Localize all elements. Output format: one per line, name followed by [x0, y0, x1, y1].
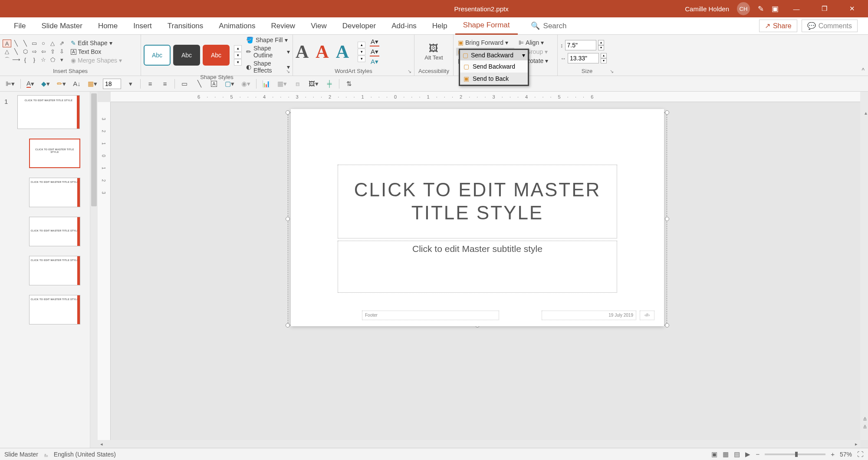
minimize-button[interactable]: —: [786, 0, 806, 17]
zoom-level[interactable]: 57%: [840, 451, 852, 458]
layout-thumbnail-2[interactable]: CLICK TO EDIT MASTER TITLE STYLE: [29, 178, 80, 207]
text-box-button[interactable]: AText Box: [69, 48, 123, 56]
selection-handle[interactable]: [286, 217, 290, 221]
alt-text-button[interactable]: 🖼 Alt Text: [424, 43, 443, 61]
guides-button[interactable]: ╪: [324, 78, 335, 89]
tab-transitions[interactable]: Transitions: [160, 17, 211, 35]
tab-view[interactable]: View: [303, 17, 335, 35]
next-slide-icon[interactable]: ≙: [863, 417, 867, 423]
font-size-input[interactable]: [103, 79, 121, 89]
shape-styles-dialog-icon[interactable]: ↘: [286, 69, 290, 74]
shape-style-gallery[interactable]: Abc Abc Abc ▴▾▾: [144, 45, 242, 66]
selection-handle[interactable]: [286, 323, 290, 328]
shape-effects-button[interactable]: ◐Shape Effects ▾: [246, 60, 290, 74]
pen-icon[interactable]: ✎: [758, 4, 764, 13]
style-more-icon[interactable]: ▾: [234, 59, 242, 66]
shape-outline-button[interactable]: ✏Shape Outline ▾: [246, 45, 290, 59]
tab-insert[interactable]: Insert: [125, 17, 160, 35]
tab-addins[interactable]: Add-ins: [384, 17, 424, 35]
horizontal-scrollbar[interactable]: ◂ ▸: [98, 440, 860, 448]
canvas[interactable]: 6 · · · 5 · · · 4 · · · 3 · · · 2 · · · …: [98, 92, 868, 448]
style-preset-3[interactable]: Abc: [203, 45, 230, 66]
status-mode[interactable]: Slide Master: [4, 451, 38, 458]
wordart-preset-3[interactable]: A: [336, 41, 349, 62]
wordart-gallery[interactable]: A A A ▴▾▾: [296, 41, 365, 62]
fit-to-window-icon[interactable]: ⛶: [857, 450, 864, 458]
picture-button[interactable]: 🖼▾: [307, 78, 320, 89]
shape-fill-quick-button[interactable]: ◆▾: [40, 78, 51, 89]
sort-button[interactable]: A↓: [72, 78, 82, 89]
font-color-button[interactable]: A▾: [25, 78, 36, 89]
layout-thumbnail-3[interactable]: CLICK TO EDIT MASTER TITLE STYLE: [29, 217, 80, 246]
prev-slide-icon[interactable]: ▴: [865, 110, 867, 116]
date-placeholder[interactable]: 19 July 2019: [542, 311, 636, 320]
text-fill-button[interactable]: A▾: [370, 38, 379, 46]
shape-gallery[interactable]: A╲╲▭○△⇗ △╲⬡⇨⇦⇧⇩ ⌒⟶{}☆⬠▾: [3, 40, 66, 64]
share-button[interactable]: ↗ Share: [759, 20, 797, 32]
style-preset-1[interactable]: Abc: [144, 45, 171, 66]
layout-thumbnail-5[interactable]: CLICK TO EDIT MASTER TITLE STYLE: [29, 295, 80, 324]
dropdown-item-send-backward[interactable]: ▢Send Backward: [460, 60, 528, 73]
normal-view-icon[interactable]: ▣: [711, 450, 717, 458]
reading-view-icon[interactable]: ▤: [734, 450, 740, 458]
selection-handle[interactable]: [286, 110, 290, 115]
layout-thumbnail-1[interactable]: CLICK TO EDIT MASTER TITLE STYLE: [29, 139, 80, 168]
text-outline-button[interactable]: A▾: [370, 48, 379, 56]
slide-number-placeholder[interactable]: ‹#›: [640, 311, 654, 320]
sorter-view-icon[interactable]: ▦: [723, 450, 729, 458]
textbox-shape-icon[interactable]: A: [3, 40, 11, 47]
tab-file[interactable]: File: [6, 17, 33, 35]
tab-help[interactable]: Help: [424, 17, 455, 35]
vertical-scrollbar[interactable]: [860, 92, 868, 440]
wordart-preset-2[interactable]: A: [316, 41, 329, 62]
selection-handle[interactable]: [665, 323, 669, 328]
master-thumbnail[interactable]: CLICK TO EDIT MASTER TITLE STYLE: [17, 95, 80, 129]
layout-thumbnail-4[interactable]: CLICK TO EDIT MASTER TITLE STYLE: [29, 256, 80, 285]
style-preset-2[interactable]: Abc: [173, 45, 200, 66]
collapse-ribbon-icon[interactable]: ^: [861, 67, 865, 74]
wordart-dialog-icon[interactable]: ↘: [408, 69, 411, 74]
tab-slide-master[interactable]: Slide Master: [33, 17, 90, 35]
shape-outline-quick-button[interactable]: ✏▾: [56, 78, 67, 89]
text-effects-button[interactable]: A▾: [370, 58, 379, 66]
more-button[interactable]: ⇅: [344, 78, 354, 89]
zoom-out-button[interactable]: −: [756, 450, 760, 458]
crop-button[interactable]: ⧈: [293, 78, 303, 89]
slideshow-view-icon[interactable]: ▶: [745, 450, 750, 458]
tab-home[interactable]: Home: [90, 17, 125, 35]
next-slide-icon-2[interactable]: ≚: [863, 424, 867, 430]
zoom-in-button[interactable]: +: [831, 450, 835, 458]
user-name[interactable]: Camille Holden: [685, 5, 729, 13]
user-avatar[interactable]: CH: [737, 2, 750, 15]
tab-review[interactable]: Review: [263, 17, 303, 35]
footer-placeholder[interactable]: Footer: [362, 311, 499, 320]
search-box[interactable]: 🔍 Search: [531, 21, 567, 30]
slide[interactable]: Click to edit Master title style Click t…: [291, 109, 664, 326]
selection-handle[interactable]: [665, 110, 669, 115]
status-language[interactable]: English (United States): [54, 451, 116, 458]
tab-shape-format[interactable]: Shape Format: [455, 17, 518, 35]
shape-fill-button[interactable]: 🪣Shape Fill ▾: [246, 36, 290, 43]
edit-shape-button[interactable]: ✎Edit Shape ▾: [69, 39, 123, 47]
size-dialog-icon[interactable]: ↘: [610, 69, 614, 74]
scroll-right-icon[interactable]: ▸: [852, 441, 860, 447]
zoom-slider[interactable]: [765, 453, 825, 455]
dropdown-header[interactable]: ▢Send Backward ▾: [460, 50, 528, 60]
align-button[interactable]: ⊫Align ▾: [517, 39, 550, 46]
width-input[interactable]: [568, 53, 599, 63]
title-placeholder[interactable]: Click to edit Master title style: [338, 165, 617, 238]
spellcheck-icon[interactable]: ⎁: [44, 451, 48, 458]
scroll-left-icon[interactable]: ◂: [98, 441, 105, 447]
comments-button[interactable]: 💬 Comments: [802, 20, 858, 32]
bring-forward-button[interactable]: ▣Bring Forward ▾: [456, 39, 514, 46]
style-down-icon[interactable]: ▾: [234, 52, 242, 59]
maximize-button[interactable]: ❐: [814, 0, 834, 17]
height-input[interactable]: [565, 40, 596, 50]
arrange-quick-button[interactable]: ▦▾: [86, 78, 99, 89]
align-objects-button[interactable]: ⊫▾: [4, 78, 16, 89]
tab-developer[interactable]: Developer: [335, 17, 384, 35]
thumbnail-scrollbar[interactable]: [90, 92, 98, 448]
dropdown-item-send-to-back[interactable]: ▣Send to Back: [460, 73, 528, 85]
close-button[interactable]: ✕: [842, 0, 862, 17]
tab-animations[interactable]: Animations: [211, 17, 263, 35]
